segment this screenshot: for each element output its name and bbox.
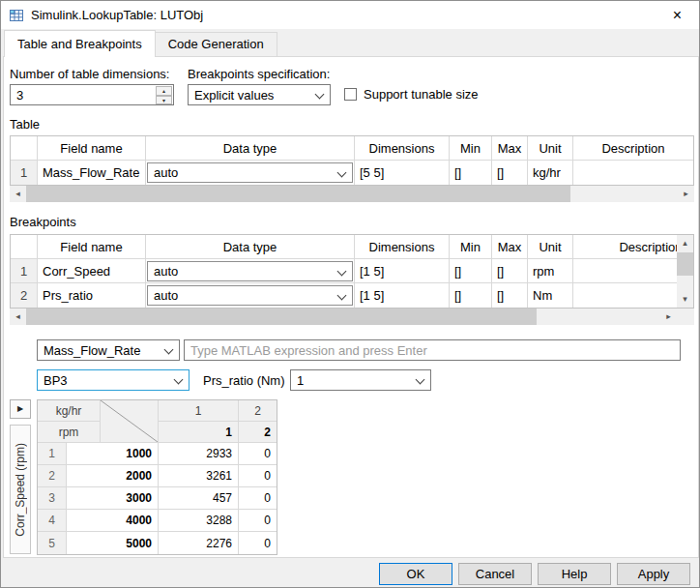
dimensions-spinner[interactable]: 3 ▴ ▾ (10, 84, 174, 105)
help-button[interactable]: Help (538, 563, 611, 585)
table-row: 1 Mass_Flow_Rate auto [5 5] [] [] kg/hr (11, 161, 693, 185)
table-value-cell[interactable]: 0 (239, 465, 277, 487)
spinner-up-icon[interactable]: ▴ (156, 86, 172, 96)
min-cell[interactable]: [] (450, 161, 492, 185)
table-value-cell[interactable]: 457 (159, 487, 239, 510)
tunable-size-label: Support tunable size (364, 87, 479, 102)
field-name-cell[interactable]: Prs_ratio (38, 283, 146, 308)
apply-button[interactable]: Apply (617, 563, 690, 585)
scroll-left-icon[interactable]: ◂ (10, 309, 26, 325)
description-cell[interactable] (573, 161, 693, 185)
header-description: Description (573, 136, 693, 161)
data-type-dropdown[interactable]: auto (147, 285, 353, 306)
row-breakpoint-cell[interactable]: 1000 (67, 443, 159, 465)
ok-button[interactable]: OK (379, 563, 452, 585)
grid-column-header: 1 1 (159, 400, 239, 443)
tunable-size-checkbox[interactable] (344, 88, 357, 101)
data-type-dropdown[interactable]: auto (147, 162, 353, 183)
table-value-cell[interactable]: 2276 (159, 532, 239, 554)
row-breakpoint-cell[interactable]: 4000 (67, 510, 159, 532)
tab-strip: Table and Breakpoints Code Generation (4, 30, 277, 57)
expression-input[interactable] (184, 339, 681, 361)
header-blank (11, 235, 38, 259)
max-cell[interactable]: [] (492, 283, 528, 308)
column-index: 2 (239, 400, 277, 422)
data-type-dropdown[interactable]: auto (147, 261, 353, 281)
unit-cell[interactable]: rpm (528, 259, 573, 283)
field-name-cell[interactable]: Corr_Speed (38, 259, 146, 283)
header-max: Max (492, 235, 528, 259)
field-selector-value: Mass_Flow_Rate (44, 343, 161, 358)
grid-row: 5 5000 2276 0 (38, 532, 277, 554)
grid-column-header: 2 2 (239, 400, 277, 443)
unit-cell[interactable]: Nm (528, 283, 573, 308)
scroll-right-icon[interactable]: ▸ (660, 309, 677, 325)
row-index[interactable]: 1 (11, 161, 38, 185)
table-value-cell[interactable]: 3288 (159, 510, 239, 532)
chevron-down-icon (337, 291, 347, 301)
page-dimension-dropdown[interactable]: 1 (290, 369, 431, 391)
row-index[interactable]: 2 (11, 283, 38, 308)
tab-code-generation[interactable]: Code Generation (155, 32, 277, 56)
breakpoints-vertical-scrollbar[interactable]: ▴ ▾ (677, 235, 693, 308)
chevron-down-icon (174, 375, 184, 385)
spinner-down-icon[interactable]: ▾ (156, 96, 172, 104)
corner-diagonal-icon (101, 400, 158, 442)
field-name-cell[interactable]: Mass_Flow_Rate (38, 161, 146, 185)
grid-row: 3 3000 457 0 (38, 487, 277, 510)
breakpoint-selector-dropdown[interactable]: BP3 (37, 369, 190, 391)
field-selector-dropdown[interactable]: Mass_Flow_Rate (37, 339, 180, 361)
row-breakpoint-cell[interactable]: 5000 (67, 532, 159, 554)
breakpoints-spec-dropdown[interactable]: Explicit values (188, 84, 331, 105)
table-horizontal-scrollbar[interactable]: ◂ ▸ (10, 186, 694, 202)
unit-cell[interactable]: kg/hr (528, 161, 573, 185)
row-axis-label: Corr_Speed (rpm) (14, 443, 27, 537)
table-value-cell[interactable]: 0 (239, 443, 277, 465)
dimensions-cell[interactable]: [1 5] (355, 283, 450, 308)
scrollbar-thumb[interactable] (26, 309, 537, 325)
breakpoints-horizontal-scrollbar[interactable]: ◂ ▸ (10, 309, 677, 325)
row-breakpoint-cell[interactable]: 2000 (67, 465, 159, 487)
table-value-cell[interactable]: 0 (239, 487, 277, 510)
breakpoint-selector-value: BP3 (44, 373, 171, 388)
close-button[interactable]: × (656, 1, 699, 29)
scrollbar-thumb[interactable] (677, 252, 693, 276)
grid-corner-units: kg/hr rpm (38, 400, 101, 442)
row-index: 2 (38, 465, 67, 487)
scroll-right-icon[interactable]: ▸ (678, 186, 694, 202)
table-value-cell[interactable]: 3261 (159, 465, 239, 487)
scroll-left-icon[interactable]: ◂ (10, 186, 26, 202)
window-title: Simulink.LookupTable: LUTObj (31, 8, 203, 22)
tab-table-and-breakpoints[interactable]: Table and Breakpoints (4, 30, 156, 57)
column-breakpoint-cell[interactable]: 1 (159, 422, 238, 442)
dimensions-cell[interactable]: [5 5] (355, 161, 450, 185)
expand-pane-button[interactable]: ▶ (10, 399, 31, 419)
column-breakpoint-cell[interactable]: 2 (239, 422, 277, 442)
cancel-button[interactable]: Cancel (458, 563, 532, 585)
breakpoints-row: 1 Corr_Speed auto [1 5] [] [] rpm (11, 259, 677, 283)
scroll-up-icon[interactable]: ▴ (677, 235, 693, 251)
description-cell[interactable] (573, 283, 677, 308)
header-dimensions: Dimensions (355, 235, 450, 259)
row-breakpoint-cell[interactable]: 3000 (67, 487, 159, 510)
column-index: 1 (159, 400, 238, 422)
description-cell[interactable] (573, 259, 677, 283)
scrollbar-thumb[interactable] (26, 186, 570, 202)
table-value-cell[interactable]: 0 (239, 532, 277, 554)
table-value-cell[interactable]: 2933 (159, 443, 239, 465)
header-max: Max (492, 136, 528, 161)
row-axis-panel: Corr_Speed (rpm) (10, 425, 31, 554)
max-cell[interactable]: [] (492, 259, 528, 283)
scroll-down-icon[interactable]: ▾ (677, 291, 693, 308)
table-data-grid: kg/hr rpm 1 1 2 2 (37, 399, 277, 555)
breakpoints-spec-label: Breakpoints specification: (188, 67, 330, 81)
min-cell[interactable]: [] (450, 283, 492, 308)
max-cell[interactable]: [] (492, 161, 528, 185)
dimensions-cell[interactable]: [1 5] (355, 259, 450, 283)
breakpoints-spec-value: Explicit values (194, 88, 312, 103)
chevron-down-icon (416, 375, 425, 385)
row-index[interactable]: 1 (11, 259, 38, 283)
chevron-down-icon (164, 345, 174, 355)
table-value-cell[interactable]: 0 (239, 510, 277, 532)
min-cell[interactable]: [] (450, 259, 492, 283)
